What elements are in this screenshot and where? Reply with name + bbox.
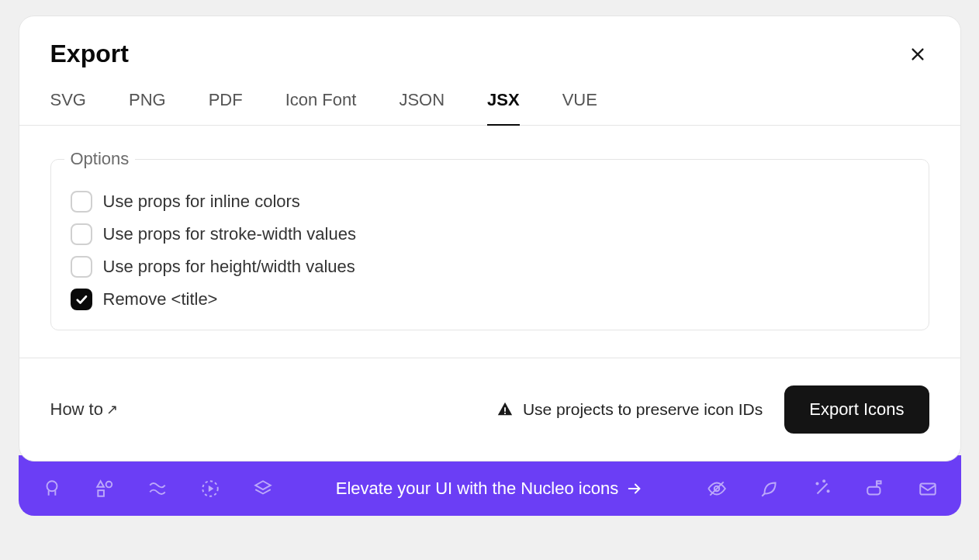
tab-jsx[interactable]: JSX xyxy=(487,90,520,126)
eye-off-icon xyxy=(707,479,727,499)
tab-icon-font[interactable]: Icon Font xyxy=(285,90,357,126)
banner-link[interactable]: Elevate your UI with the Nucleo icons xyxy=(336,479,643,499)
mailbox-icon xyxy=(865,479,885,499)
svg-rect-21 xyxy=(920,484,936,495)
svg-marker-10 xyxy=(255,481,271,489)
tab-svg[interactable]: SVG xyxy=(50,90,86,126)
footer-right: Use projects to preserve icon IDs Export… xyxy=(496,385,929,434)
howto-label: How to xyxy=(50,399,103,420)
svg-point-15 xyxy=(816,482,818,484)
export-tabs: SVG PNG PDF Icon Font JSON JSX VUE xyxy=(19,90,960,126)
modal-title: Export xyxy=(50,40,129,68)
svg-line-13 xyxy=(710,482,723,495)
option-label: Remove <title> xyxy=(103,289,218,309)
howto-link[interactable]: How to ↗ xyxy=(50,399,118,420)
svg-marker-9 xyxy=(208,486,213,493)
close-button[interactable] xyxy=(906,43,929,66)
options-legend: Options xyxy=(64,149,136,169)
promo-banner: Elevate your UI with the Nucleo icons xyxy=(19,455,961,516)
arrow-right-icon xyxy=(626,480,643,497)
tab-pdf[interactable]: PDF xyxy=(209,90,243,126)
warning-icon xyxy=(496,401,514,418)
warning-text: Use projects to preserve icon IDs xyxy=(523,400,763,419)
external-link-icon: ↗ xyxy=(106,401,118,418)
option-label: Use props for inline colors xyxy=(103,192,300,212)
envelope-icon xyxy=(918,479,938,499)
svg-point-4 xyxy=(47,481,57,491)
check-icon xyxy=(74,292,88,306)
option-label: Use props for height/width values xyxy=(103,257,355,277)
svg-point-16 xyxy=(827,490,829,492)
option-stroke-width: Use props for stroke-width values xyxy=(71,223,909,245)
svg-rect-7 xyxy=(98,490,104,496)
wand-icon xyxy=(812,479,832,499)
svg-rect-2 xyxy=(504,407,506,412)
checkbox-inline-colors[interactable] xyxy=(71,191,92,213)
svg-point-8 xyxy=(202,481,218,496)
head-icon xyxy=(42,479,62,499)
option-label: Use props for stroke-width values xyxy=(103,224,356,244)
leaf-icon xyxy=(759,479,780,499)
svg-rect-3 xyxy=(504,413,506,414)
shapes-icon xyxy=(95,479,115,499)
svg-point-12 xyxy=(714,486,719,492)
svg-point-6 xyxy=(106,482,112,488)
svg-line-14 xyxy=(817,484,827,494)
modal-header: Export xyxy=(19,16,960,68)
tab-png[interactable]: PNG xyxy=(129,90,166,126)
banner-label: Elevate your UI with the Nucleo icons xyxy=(336,479,618,499)
export-modal: Export SVG PNG PDF Icon Font JSON JSX VU… xyxy=(19,16,961,461)
svg-point-17 xyxy=(823,480,825,482)
option-remove-title: Remove <title> xyxy=(71,289,909,310)
option-inline-colors: Use props for inline colors xyxy=(71,191,909,213)
warning-message: Use projects to preserve icon IDs xyxy=(496,400,763,419)
checkbox-remove-title[interactable] xyxy=(71,289,92,310)
tab-vue[interactable]: VUE xyxy=(562,90,597,126)
svg-marker-5 xyxy=(97,481,104,487)
checkbox-stroke-width[interactable] xyxy=(71,223,92,245)
option-height-width: Use props for height/width values xyxy=(71,256,909,278)
target-icon xyxy=(200,479,220,499)
close-icon xyxy=(909,46,926,63)
layers-icon xyxy=(253,479,273,499)
export-button[interactable]: Export Icons xyxy=(784,385,929,434)
modal-footer: How to ↗ Use projects to preserve icon I… xyxy=(19,358,960,461)
banner-icons-left xyxy=(42,479,273,499)
svg-rect-18 xyxy=(867,487,880,495)
wave-icon xyxy=(147,479,168,499)
svg-rect-20 xyxy=(877,481,880,483)
banner-icons-right xyxy=(707,479,938,499)
checkbox-height-width[interactable] xyxy=(71,256,92,278)
tab-json[interactable]: JSON xyxy=(399,90,445,126)
options-fieldset: Options Use props for inline colors Use … xyxy=(50,149,929,330)
